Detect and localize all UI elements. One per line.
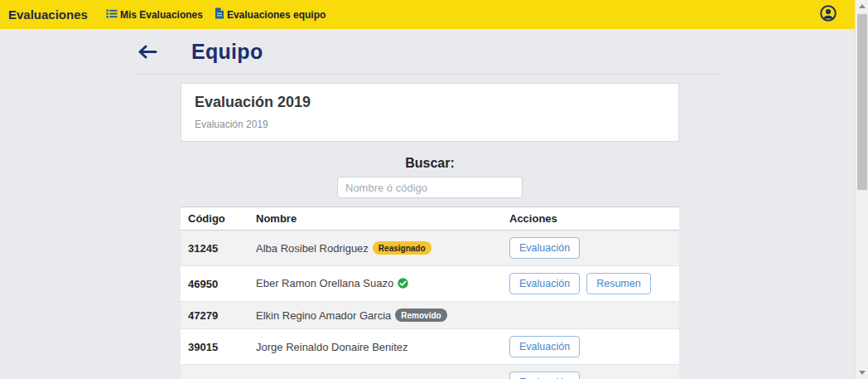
actions-cell: Evaluación [502,231,679,266]
column-header-codigo: Código [181,207,248,231]
brand-link[interactable]: Evaluaciones [8,7,88,22]
scroll-down-icon[interactable] [859,371,866,375]
table-row: 50766Jose Mauricio Calderon CortésEvalua… [181,365,679,379]
page-title: Equipo [191,40,263,64]
search-label: Buscar: [181,156,679,171]
nav-item-evaluaciones-equipo[interactable]: Evaluaciones equipo [215,7,326,22]
status-badge: Reasignado [373,241,432,255]
column-header-acciones: Acciones [502,207,679,231]
actions-cell: Evaluación [502,329,679,365]
person-circle-icon [820,5,837,25]
employee-name: Eber Ramon Orellana Suazo [256,277,393,289]
scrollbar-thumb[interactable] [857,14,867,190]
top-navbar: Evaluaciones Mis Evaluaciones Evaluacion… [0,0,855,29]
table-row: 46950Eber Ramon Orellana SuazoEvaluación… [181,266,679,302]
actions-cell: Evaluación [502,365,679,379]
actions-cell: EvaluaciónResumen [502,266,679,302]
page-header: Equipo [133,29,721,74]
table-row: 31245Alba Rosibel RodriguezReasignadoEva… [181,231,679,266]
list-icon [106,7,118,22]
employee-name: Alba Rosibel Rodriguez [256,242,369,255]
vertical-scrollbar[interactable] [855,0,868,379]
check-circle-icon [398,279,408,291]
table-header-row: Código Nombre Acciones [181,207,679,231]
employee-code: 39015 [181,329,248,365]
evaluation-card-subtitle: Evaluación 2019 [195,119,665,130]
evaluacion-button[interactable]: Evaluación [509,237,580,259]
employee-name: Jorge Reinaldo Donaire Benitez [256,341,408,353]
employee-name: Jose Mauricio Calderon Cortés [256,377,403,379]
nav-item-label: Evaluaciones equipo [227,9,326,21]
user-menu-button[interactable] [820,5,837,25]
employee-code: 50766 [181,365,248,379]
main-content: Equipo Evaluación 2019 Evaluación 2019 B… [133,29,721,379]
table-row: 47279Elkin Regino Amador GarciaRemovido [181,302,679,329]
table-row: 39015Jorge Reinaldo Donaire BenitezEvalu… [181,329,679,365]
actions-cell [502,302,679,329]
employee-code: 46950 [181,266,248,302]
employee-name-cell: Elkin Regino Amador GarciaRemovido [248,302,502,329]
employee-name-cell: Alba Rosibel RodriguezReasignado [248,231,502,266]
employee-name-cell: Jose Mauricio Calderon Cortés [248,365,502,379]
team-table: Código Nombre Acciones 31245Alba Rosibel… [181,207,679,379]
search-input[interactable] [337,177,523,198]
header-divider [133,74,721,75]
back-arrow-button[interactable] [137,45,158,59]
evaluacion-button[interactable]: Evaluación [509,336,580,357]
column-header-nombre: Nombre [248,207,502,231]
employee-name: Elkin Regino Amador Garcia [256,309,391,322]
file-icon [215,7,224,22]
employee-code: 31245 [181,231,248,266]
evaluation-card: Evaluación 2019 Evaluación 2019 [181,83,679,142]
nav-item-label: Mis Evaluaciones [120,9,203,21]
table-body: 31245Alba Rosibel RodriguezReasignadoEva… [181,231,679,379]
scroll-up-icon[interactable] [859,4,866,8]
status-badge: Removido [395,309,446,322]
employee-name-cell: Jorge Reinaldo Donaire Benitez [248,329,502,365]
evaluation-card-title: Evaluación 2019 [195,94,665,111]
employee-code: 47279 [181,302,248,329]
evaluacion-button[interactable]: Evaluación [509,273,580,294]
evaluacion-button[interactable]: Evaluación [509,372,580,379]
nav-item-mis-evaluaciones[interactable]: Mis Evaluaciones [106,7,203,22]
employee-name-cell: Eber Ramon Orellana Suazo [248,266,502,302]
resumen-button[interactable]: Resumen [586,273,651,294]
